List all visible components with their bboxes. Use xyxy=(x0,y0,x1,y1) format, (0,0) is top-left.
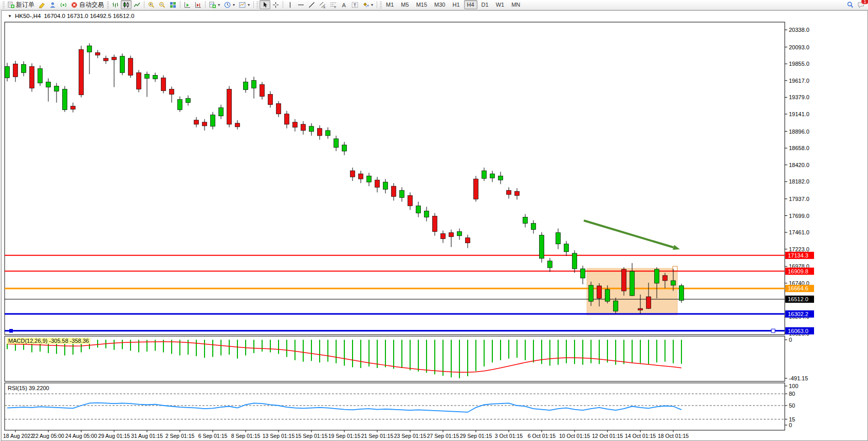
indicators-icon xyxy=(209,2,216,8)
autotrade-icon xyxy=(71,2,78,8)
toolbar-separator xyxy=(253,1,254,8)
tile-windows-button[interactable] xyxy=(168,0,178,9)
text-icon: A xyxy=(341,2,347,8)
chart-canvas[interactable]: 20338.020093.019855.019617.019379.019141… xyxy=(2,11,867,440)
svg-text:19141.0: 19141.0 xyxy=(789,111,809,117)
symbol-dropdown-icon[interactable]: ▼ xyxy=(8,14,12,19)
community-user-icon xyxy=(49,2,56,8)
svg-text:29 Aug 01:15: 29 Aug 01:15 xyxy=(98,433,130,439)
svg-text:18182.0: 18182.0 xyxy=(789,178,809,185)
dropdown-arrow-icon: ▾ xyxy=(248,3,250,7)
timeframe-M30[interactable]: M30 xyxy=(431,0,448,9)
svg-text:18 Aug 2022: 18 Aug 2022 xyxy=(3,433,33,439)
toolbar-separator xyxy=(144,1,144,8)
svg-text:18420.0: 18420.0 xyxy=(789,162,809,168)
timeframe-H1[interactable]: H1 xyxy=(449,0,463,9)
timeframe-D1[interactable]: D1 xyxy=(478,0,492,9)
signals-button[interactable] xyxy=(58,0,69,9)
svg-text:6 Oct 01:15: 6 Oct 01:15 xyxy=(528,433,556,439)
svg-text:19379.0: 19379.0 xyxy=(789,94,809,100)
svg-text:22 Aug 05:00: 22 Aug 05:00 xyxy=(32,433,64,439)
fibonacci-button[interactable]: F xyxy=(328,0,339,9)
svg-text:50: 50 xyxy=(789,402,795,409)
macd-values: -305.58 -358.36 xyxy=(49,338,89,344)
indicators-button[interactable]: ▾ xyxy=(207,0,222,9)
signals-icon xyxy=(60,2,67,8)
timeframe-M5[interactable]: M5 xyxy=(398,0,412,9)
toolbar-separator xyxy=(205,1,206,8)
new-order-button[interactable]: 新订单 xyxy=(6,0,36,9)
line-chart-button[interactable] xyxy=(132,0,142,9)
svg-text:18658.0: 18658.0 xyxy=(789,145,809,151)
dropdown-arrow-icon: ▾ xyxy=(233,3,235,7)
zoom-in-icon xyxy=(148,2,155,8)
svg-text:3 Oct 01:15: 3 Oct 01:15 xyxy=(495,433,523,439)
timeframe-W1[interactable]: W1 xyxy=(493,0,508,9)
svg-text:16063.0: 16063.0 xyxy=(788,328,808,334)
chat-button[interactable]: 1 xyxy=(856,0,866,9)
chat-badge: 1 xyxy=(861,0,868,5)
timeframe-bar: M1M5M15M30H1H4D1W1MN xyxy=(383,0,523,9)
svg-text:-491.15: -491.15 xyxy=(789,375,808,381)
toolbar-grip xyxy=(256,2,258,8)
candlestick-chart-icon xyxy=(123,2,130,8)
text-label-button[interactable]: T xyxy=(349,0,360,9)
horizontal-line-button[interactable] xyxy=(296,0,306,9)
svg-text:16512.0: 16512.0 xyxy=(788,296,808,302)
chart-shift-button[interactable] xyxy=(193,0,204,9)
cursor-arrow-icon xyxy=(262,2,268,8)
trendline-button[interactable] xyxy=(306,0,317,9)
svg-text:18896.0: 18896.0 xyxy=(789,128,809,135)
svg-text:19617.0: 19617.0 xyxy=(789,78,809,84)
chart-shift-icon xyxy=(195,2,201,8)
svg-text:T: T xyxy=(354,3,357,8)
time-axis[interactable]: 18 Aug 202222 Aug 05:0024 Aug 05:0029 Au… xyxy=(3,430,689,439)
svg-text:24 Aug 05:00: 24 Aug 05:00 xyxy=(65,433,97,439)
auto-scroll-button[interactable] xyxy=(182,0,193,9)
macd-name: MACD(12,26,9) xyxy=(8,338,47,344)
svg-text:16302.2: 16302.2 xyxy=(788,311,808,317)
svg-text:0: 0 xyxy=(789,422,792,428)
timeframe-MN[interactable]: MN xyxy=(508,0,523,9)
cursor-button[interactable] xyxy=(260,0,270,9)
timeframe-M1[interactable]: M1 xyxy=(383,0,397,9)
bar-chart-icon xyxy=(112,2,119,8)
rsi-label[interactable]: RSI(15) 39.2200 xyxy=(8,385,49,391)
community-button[interactable] xyxy=(47,0,58,9)
svg-text:E: E xyxy=(324,5,326,8)
zoom-out-button[interactable] xyxy=(157,0,168,9)
candlestick-chart-button[interactable] xyxy=(121,0,132,9)
vertical-line-button[interactable] xyxy=(285,0,296,9)
macd-label[interactable]: MACD(12,26,9) -305.58 -358.36 xyxy=(7,338,90,344)
toolbar-grip xyxy=(3,2,5,8)
svg-text:23 Sep 01:15: 23 Sep 01:15 xyxy=(394,433,427,439)
styler-button[interactable] xyxy=(36,0,47,9)
panel-frames xyxy=(5,22,785,430)
new-order-label: 新订单 xyxy=(16,1,34,9)
templates-icon xyxy=(239,2,246,8)
toolbar: 新订单 自动交易 xyxy=(0,0,868,10)
svg-text:16909.8: 16909.8 xyxy=(788,268,808,274)
timeframe-H4[interactable]: H4 xyxy=(464,0,477,9)
svg-text:19855.0: 19855.0 xyxy=(789,61,809,67)
templates-button[interactable]: ▾ xyxy=(237,0,252,9)
timeframe-M15[interactable]: M15 xyxy=(413,0,430,9)
bar-chart-button[interactable] xyxy=(110,0,121,9)
periods-button[interactable]: ▾ xyxy=(222,0,237,9)
search-button[interactable] xyxy=(845,0,856,9)
zoom-in-button[interactable] xyxy=(146,0,157,9)
svg-text:21 Sep 01:15: 21 Sep 01:15 xyxy=(361,433,394,439)
svg-text:29 Sep 01:15: 29 Sep 01:15 xyxy=(460,433,492,439)
text-button[interactable]: A xyxy=(339,0,349,9)
equidistant-channel-button[interactable]: E xyxy=(317,0,328,9)
chart-window: 20338.020093.019855.019617.019379.019141… xyxy=(1,10,868,441)
periods-clock-icon xyxy=(224,2,231,8)
svg-text:16664.6: 16664.6 xyxy=(788,285,808,291)
svg-text:17461.0: 17461.0 xyxy=(789,229,809,235)
line-chart-icon xyxy=(134,2,140,8)
crosshair-button[interactable] xyxy=(270,0,281,9)
svg-text:27 Sep 01:15: 27 Sep 01:15 xyxy=(427,433,459,439)
arrows-button[interactable]: ▾ xyxy=(360,0,375,9)
equidistant-channel-icon: E xyxy=(319,2,326,8)
autotrade-button[interactable]: 自动交易 xyxy=(69,0,106,9)
